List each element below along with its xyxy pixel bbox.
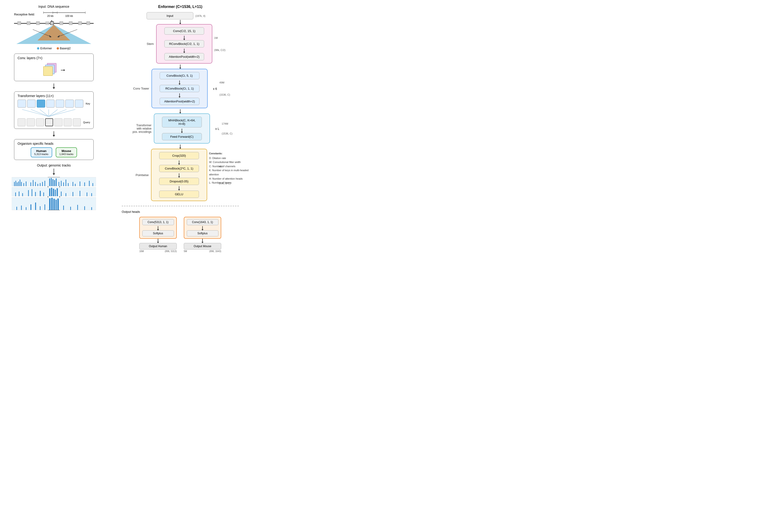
conv-tower-label: Conv Tower	[130, 87, 149, 90]
svg-rect-8	[27, 22, 30, 25]
svg-rect-57	[52, 179, 53, 186]
pw-dropout: Dropout(0.05)	[159, 178, 199, 185]
conv-layers-title: Conv. layers (7×)	[18, 56, 90, 60]
svg-rect-101	[53, 199, 55, 210]
svg-rect-15	[87, 22, 90, 25]
sq-q4-active	[45, 118, 53, 126]
organism-heads-box: Organism specific heads Human 5,313 trac…	[14, 139, 94, 160]
key-label: Key	[86, 102, 90, 105]
filter-layer-1	[43, 66, 53, 76]
human-badge-title: Human	[34, 149, 48, 153]
svg-rect-94	[26, 207, 26, 210]
pointwise-row: Pointwise Crop(320) ConvBlock(2*C, 1, 1)…	[108, 149, 253, 201]
svg-rect-86	[65, 193, 66, 196]
human-badge-tracks: 5,313 tracks	[34, 153, 48, 156]
svg-rect-12	[60, 22, 63, 25]
human-output-section: Conv(5313, 1, 1) Softplus	[139, 217, 177, 239]
svg-rect-106	[77, 205, 78, 210]
svg-rect-85	[61, 192, 62, 196]
svg-rect-11	[50, 22, 54, 25]
human-param: (896, 5313)	[165, 250, 177, 253]
svg-rect-73	[19, 192, 19, 196]
arrow-pw3-pw4	[179, 186, 179, 189]
stem-conv: Conv(C/2, 15, 1)	[164, 27, 204, 35]
human-badge: Human 5,313 tracks	[31, 147, 52, 157]
const-W: W: Convolutional filter width	[209, 160, 256, 164]
svg-rect-54	[44, 181, 45, 186]
svg-rect-9	[36, 22, 40, 25]
svg-line-27	[22, 109, 49, 116]
ct-convblock: ConvBlock(Ci, 5, 1)	[160, 72, 200, 79]
input-block: Input	[146, 12, 194, 19]
svg-rect-44	[20, 180, 20, 186]
svg-rect-100	[51, 198, 53, 210]
svg-rect-45	[21, 182, 22, 186]
flow-container: Input (197k, 4) Stem Conv(C/2, 15, 1) RC…	[108, 12, 253, 253]
transformer-grid: Key Query	[18, 100, 90, 126]
sq-q7	[73, 118, 81, 126]
svg-rect-75	[28, 190, 29, 196]
const-H: H: Number of attention heads	[209, 177, 256, 181]
arrow-s2-s3	[184, 49, 184, 52]
sq-k1	[18, 100, 26, 108]
arrow-pw1-pw2	[179, 160, 179, 164]
transformer-layers-box: Transformer layers (11×) Key	[14, 91, 94, 129]
sq-q3	[36, 118, 44, 126]
sq-k2	[27, 100, 36, 108]
svg-rect-14	[78, 22, 82, 25]
arrow-h-conv-softplus	[158, 226, 158, 229]
svg-line-33	[49, 109, 75, 116]
arrow-conv-to-transformer	[180, 109, 180, 112]
basenji2-dot	[57, 47, 59, 50]
svg-rect-99	[49, 198, 51, 210]
svg-marker-24	[64, 69, 65, 71]
svg-rect-46	[23, 183, 24, 186]
conv-tower-row: Conv Tower ConvBlock(Ci, 5, 1) RConvBloc…	[108, 69, 253, 108]
stem-attnpool: AttentionPool(width=2)	[164, 53, 204, 60]
svg-rect-82	[53, 189, 54, 196]
receptive-field-diagram: Receptive field: 20 kb 100 kb	[5, 11, 103, 50]
dashed-separator	[122, 204, 239, 208]
conv-tower-49m: 49M	[219, 81, 224, 84]
human-final-block: Output Human	[139, 243, 177, 250]
human-softplus-block: Softplus	[142, 230, 174, 236]
pointwise-label: Pointwise	[130, 173, 149, 177]
stem-row: Stem Conv(C/2, 15, 1) RConvBlock(C/2, 1,…	[108, 24, 253, 64]
svg-rect-59	[56, 178, 57, 186]
svg-rect-13	[69, 22, 72, 25]
tr-ff: Feed Forward(C)	[162, 133, 202, 140]
sq-q1	[18, 118, 25, 126]
arrow-stem-to-conv	[180, 65, 180, 68]
sq-k7	[75, 100, 83, 108]
genomic-tracks-svg	[12, 176, 96, 211]
svg-rect-58	[54, 180, 55, 186]
svg-marker-26	[53, 87, 55, 89]
transformer-row: Transformer with relative pos. encodings…	[108, 113, 253, 144]
svg-rect-50	[35, 182, 36, 186]
arrow-tr1-tr2	[181, 129, 182, 132]
svg-rect-65	[73, 182, 73, 186]
svg-rect-43	[18, 181, 19, 186]
input-param: (197k, 4)	[195, 14, 214, 17]
sq-k3-dark	[37, 100, 45, 108]
query-row: Query	[18, 118, 90, 126]
svg-marker-16	[51, 20, 53, 22]
svg-line-32	[49, 109, 66, 116]
ct-rconvblock: RConvBlock(Ci, 1, 1)	[160, 85, 200, 92]
svg-rect-64	[68, 183, 69, 186]
dna-diagram-svg	[12, 18, 96, 46]
key-row: Key	[18, 100, 90, 108]
conv-tower-param: (1536, C)	[219, 93, 230, 96]
human-16m: 16M	[139, 250, 144, 253]
enformer-dot	[37, 47, 39, 50]
arrow-input-to-stem	[180, 20, 180, 23]
query-label: Query	[83, 121, 90, 124]
svg-rect-63	[65, 180, 66, 186]
enformer-legend: Enformer	[37, 47, 52, 50]
tr-mha: MHABlock(C, K=64, H=8)	[162, 117, 202, 127]
transformer-group: MHABlock(C, K=64, H=8) Feed Forward(C) x…	[154, 113, 210, 144]
svg-rect-40	[14, 182, 15, 186]
arrow-right-icon	[60, 68, 65, 72]
mouse-softplus-block: Softplus	[187, 230, 219, 236]
svg-rect-61	[61, 181, 62, 186]
